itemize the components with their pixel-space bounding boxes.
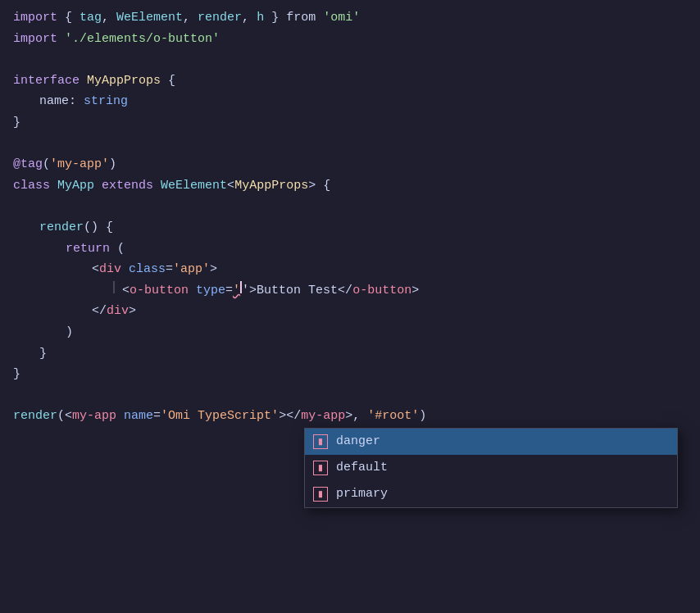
token: name	[39, 92, 69, 111]
token: 'app'	[173, 260, 210, 279]
from-keyword: from	[286, 8, 323, 28]
token: render	[198, 8, 242, 28]
token: import	[13, 30, 57, 49]
code-line-10	[0, 197, 700, 218]
code-line-18: }	[0, 365, 700, 386]
token: }	[39, 344, 47, 364]
token: '	[233, 281, 240, 301]
autocomplete-item-danger[interactable]: ▮ danger	[305, 429, 677, 455]
token: WeElement	[161, 176, 227, 196]
token: MyAppProps	[87, 71, 161, 91]
token	[121, 260, 129, 279]
token: my-app	[72, 406, 116, 426]
token: import	[13, 8, 57, 28]
autocomplete-item-icon: ▮	[313, 487, 328, 502]
token: =	[166, 260, 173, 279]
autocomplete-item-icon: ▮	[313, 434, 328, 449]
token: '#root'	[367, 406, 419, 426]
token: )	[66, 323, 73, 343]
code-line-3	[0, 50, 700, 71]
code-line-19	[0, 386, 700, 407]
code-line-4: interface MyAppProps {	[0, 71, 700, 93]
token: (<	[57, 406, 72, 426]
autocomplete-item-label: primary	[336, 484, 388, 504]
token: h	[257, 8, 264, 28]
token	[94, 176, 102, 196]
token: div	[99, 260, 121, 279]
token: (	[110, 239, 125, 259]
token: class	[13, 176, 50, 196]
token: interface	[13, 71, 80, 91]
token: render	[13, 406, 57, 426]
autocomplete-item-label: danger	[336, 432, 380, 452]
token: }	[264, 8, 286, 28]
token: ,	[242, 8, 257, 28]
token: }	[13, 365, 20, 384]
token: (	[43, 155, 50, 175]
token: './elements/o-button'	[65, 30, 220, 49]
token: @tag	[13, 155, 43, 175]
token: >,	[345, 406, 367, 426]
code-line-12: return (	[0, 239, 700, 261]
token: tag	[80, 8, 102, 28]
autocomplete-dropdown: ▮ danger ▮ default ▮ primary	[304, 428, 678, 508]
code-line-5: name : string	[0, 92, 700, 113]
token: () {	[84, 218, 113, 238]
token: class	[129, 260, 166, 279]
token: :	[69, 92, 84, 111]
code-line-8: @tag ( 'my-app' )	[0, 155, 700, 176]
autocomplete-item-default[interactable]: ▮ default	[305, 455, 677, 481]
token: }	[13, 113, 20, 133]
token: div	[107, 302, 129, 321]
token	[116, 406, 124, 426]
token: MyAppProps	[234, 176, 308, 196]
token: 'omi'	[323, 8, 360, 28]
token: 'my-app'	[50, 155, 109, 175]
token: type	[196, 281, 225, 301]
token: ></	[279, 406, 301, 426]
autocomplete-item-label: default	[336, 458, 388, 478]
token: string	[84, 92, 128, 111]
code-line-2: import './elements/o-button'	[0, 30, 700, 51]
token: >	[411, 281, 419, 301]
code-line-13: < div class = 'app' >	[0, 260, 700, 281]
token: o-button	[130, 281, 189, 301]
token	[50, 176, 57, 196]
code-line-20: render (< my-app name = 'Omi TypeScript'…	[0, 406, 700, 428]
token	[189, 281, 196, 301]
token: my-app	[301, 406, 345, 426]
code-line-1: import { tag , WeElement , render , h } …	[0, 8, 700, 30]
token	[153, 176, 161, 196]
token: > {	[308, 176, 330, 196]
token: )	[109, 155, 116, 175]
token	[80, 71, 87, 91]
token: =	[225, 281, 233, 301]
token	[57, 30, 65, 49]
token: </	[92, 302, 107, 321]
token: return	[66, 239, 110, 259]
code-line-17: }	[0, 344, 700, 366]
autocomplete-item-primary[interactable]: ▮ primary	[305, 481, 677, 507]
code-line-6: }	[0, 113, 700, 134]
code-line-15: </ div >	[0, 302, 700, 323]
token: <	[122, 281, 130, 301]
token: 'Omi TypeScript'	[161, 406, 279, 426]
token: render	[39, 218, 84, 238]
code-line-9: class MyApp extends WeElement < MyAppPro…	[0, 176, 700, 198]
code-line-14: < o-button type = ' '>Button Test</ o-bu…	[0, 281, 700, 302]
token: o-button	[352, 281, 411, 301]
token: WeElement	[116, 8, 183, 28]
code-line-16: )	[0, 323, 700, 344]
token: '>Button Test</	[242, 281, 352, 301]
token: >	[129, 302, 136, 321]
token: <	[227, 176, 234, 196]
token: extends	[102, 176, 153, 196]
autocomplete-item-icon: ▮	[313, 461, 328, 475]
token: )	[419, 406, 426, 426]
token: MyApp	[57, 176, 94, 196]
indent-guide	[113, 281, 116, 293]
code-line-7	[0, 134, 700, 156]
token: {	[57, 8, 80, 28]
token: name	[124, 406, 153, 426]
token: =	[153, 406, 161, 426]
